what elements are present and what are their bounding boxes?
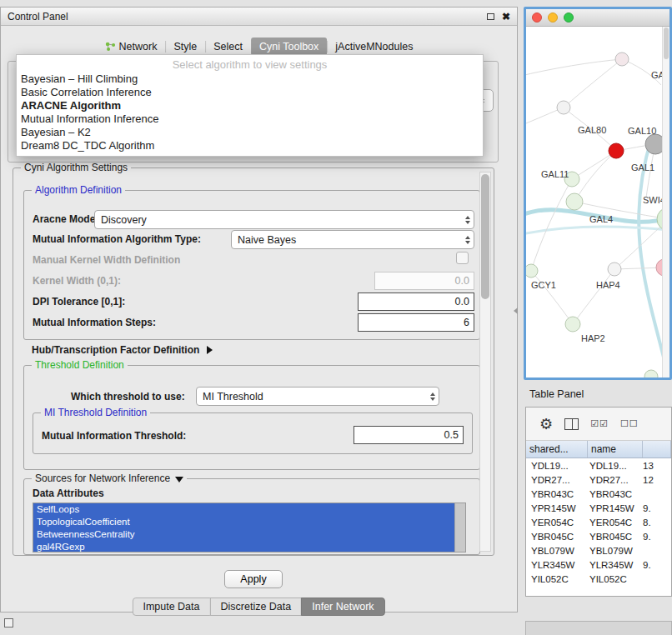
table-header: shared... name	[526, 441, 671, 458]
table-cell: YER054C	[588, 518, 643, 528]
network-edge[interactable]	[531, 179, 572, 271]
network-edge[interactable]	[573, 269, 614, 324]
combo-arrows-icon	[465, 236, 470, 244]
dropdown-option-aracne[interactable]: ARACNE Algorithm	[17, 99, 483, 112]
attribute-item[interactable]: gal4RGexp	[33, 541, 454, 552]
chevron-right-icon	[207, 346, 213, 354]
tab-infer-network[interactable]: Infer Network	[301, 598, 384, 616]
chevron-down-icon	[175, 477, 183, 482]
threshold-definition-title: Threshold Definition	[32, 359, 128, 371]
table-row[interactable]: YIL052CYIL052C	[526, 572, 671, 586]
network-graph[interactable]: GALGAL80GAL10GAL11GAL1SWI4GAL4GCY1HAP4HA…	[526, 27, 669, 378]
attribute-item[interactable]: SelfLoops	[33, 503, 454, 516]
close-window-icon[interactable]: ✖	[502, 12, 510, 22]
table-row[interactable]: YBR045CYBR045C9.	[526, 529, 671, 543]
network-node[interactable]	[565, 317, 580, 332]
table-cell: 9.	[643, 560, 671, 570]
mi-threshold-field[interactable]: 0.5	[354, 426, 464, 444]
select-all-checkbox-icon[interactable]: ☑☑	[590, 419, 609, 428]
table-row[interactable]: YPR145WYPR145W9.	[526, 501, 671, 515]
network-node[interactable]	[644, 370, 658, 378]
network-node[interactable]	[608, 262, 621, 276]
panel-collapse-arrow[interactable]	[514, 308, 518, 314]
deselect-all-checkbox-icon[interactable]: ☐☐	[620, 419, 639, 428]
table-cell: YBL079W	[526, 546, 588, 556]
tab-jactivemnodules[interactable]: jActiveMNodules	[327, 38, 421, 56]
kernel-width-label: Kernel Width (0,1):	[33, 275, 121, 287]
kernel-width-field[interactable]: 0.0	[374, 272, 474, 290]
table-row[interactable]: YBL079WYBL079W	[526, 543, 671, 558]
table-cell: 9.	[643, 503, 671, 513]
combo-arrows-icon	[430, 392, 435, 401]
tab-discretize-data[interactable]: Discretize Data	[210, 598, 303, 616]
node-label: GAL10	[628, 126, 656, 136]
network-canvas[interactable]: GALGAL80GAL10GAL11GAL1SWI4GAL4GCY1HAP4HA…	[526, 27, 669, 378]
mi-steps-field[interactable]: 6	[358, 313, 474, 332]
attribute-item[interactable]: TopologicalCoefficient	[33, 516, 454, 528]
sources-title-text: Sources for Network Inference	[35, 472, 170, 484]
network-node[interactable]	[615, 52, 629, 66]
tab-style[interactable]: Style	[165, 38, 205, 56]
dropdown-option-basic-correlation[interactable]: Basic Correlation Inference	[17, 86, 483, 99]
which-threshold-select[interactable]: MI Threshold	[196, 387, 439, 406]
dropdown-option-bayesian-hill-climbing[interactable]: Bayesian – Hill Climbing	[17, 72, 483, 86]
hub-definition-toggle[interactable]: Hub/Transcription Factor Definition	[32, 344, 213, 356]
algorithm-dropdown-popup: Select algorithm to view settings Bayesi…	[16, 54, 484, 157]
data-attributes-list[interactable]: SelfLoopsTopologicalCoefficientBetweenne…	[33, 502, 466, 552]
settings-gear-icon[interactable]: ⚙	[539, 417, 553, 432]
scrollbar-thumb[interactable]	[481, 174, 489, 299]
dropdown-option-bayesian-k2[interactable]: Bayesian – K2	[17, 126, 483, 139]
table-row[interactable]: YLR345WYLR345W9.	[526, 558, 671, 572]
network-node[interactable]	[566, 193, 583, 210]
mi-threshold-definition-group: MI Threshold Definition Mutual Informati…	[33, 412, 473, 454]
float-window-icon[interactable]	[487, 13, 494, 20]
attribute-item[interactable]: BetweennessCentrality	[33, 528, 454, 541]
network-edge[interactable]	[564, 59, 622, 108]
table-row[interactable]: YDL19...YDL19...13	[526, 458, 671, 472]
zoom-traffic-light[interactable]	[564, 12, 574, 22]
tab-select[interactable]: Select	[205, 38, 251, 56]
column-header-partial[interactable]	[643, 441, 671, 458]
network-scrollbar[interactable]	[662, 27, 669, 378]
table-row[interactable]: YBR043CYBR043C	[526, 487, 671, 501]
network-edge[interactable]	[574, 151, 616, 202]
columns-icon[interactable]	[564, 418, 579, 430]
column-header-name[interactable]: name	[588, 441, 643, 458]
tab-network[interactable]: Network	[97, 38, 166, 56]
manual-kernel-checkbox[interactable]	[456, 252, 469, 264]
table-panel-title: Table Panel	[529, 388, 584, 400]
table-row[interactable]: YER054CYER054C8.	[526, 515, 671, 529]
network-window-titlebar[interactable]	[526, 9, 669, 27]
algorithm-definition-group: Algorithm Definition Aracne Mode: Discov…	[23, 190, 480, 340]
table-row[interactable]: YDR27...YDR27...12	[526, 472, 671, 487]
network-node[interactable]	[557, 101, 570, 114]
apply-button[interactable]: Apply	[224, 570, 283, 588]
settings-scrollbar[interactable]	[479, 172, 491, 552]
tab-cyni-toolbox[interactable]: Cyni Toolbox	[251, 38, 327, 56]
which-threshold-label: Which threshold to use:	[71, 391, 185, 402]
dropdown-option-dream8[interactable]: Dream8 DC_TDC Algorithm	[17, 139, 483, 152]
network-node[interactable]	[526, 264, 538, 278]
node-label: GAL80	[578, 125, 606, 135]
scrollbar-thumb[interactable]	[664, 28, 669, 59]
aracne-mode-value: Discovery	[101, 214, 147, 226]
column-header-shared-name[interactable]: shared...	[526, 441, 588, 458]
bottom-left-window-icon[interactable]	[4, 618, 13, 628]
minimize-traffic-light[interactable]	[548, 12, 558, 22]
table-cell: YIL052C	[526, 574, 588, 584]
mi-type-select[interactable]: Naive Bayes	[231, 230, 474, 249]
attributes-list-scrollbar[interactable]	[454, 503, 465, 552]
data-attributes-label: Data Attributes	[33, 488, 104, 499]
network-edge[interactable]	[526, 59, 622, 77]
close-traffic-light[interactable]	[532, 12, 542, 22]
tab-impute-data[interactable]: Impute Data	[132, 598, 210, 616]
dpi-tolerance-field[interactable]: 0.0	[358, 292, 474, 311]
network-edge[interactable]	[531, 271, 573, 324]
dropdown-option-mutual-information[interactable]: Mutual Information Inference	[17, 112, 483, 126]
control-panel-titlebar[interactable]: Control Panel ✖	[1, 8, 517, 26]
sources-group-title[interactable]: Sources for Network Inference	[32, 472, 187, 484]
aracne-mode-select[interactable]: Discovery	[94, 210, 474, 229]
network-node[interactable]	[609, 143, 624, 158]
cyni-algorithm-settings-group: Cyni Algorithm Settings Algorithm Defini…	[13, 168, 494, 556]
table-cell: YBR045C	[526, 532, 588, 542]
